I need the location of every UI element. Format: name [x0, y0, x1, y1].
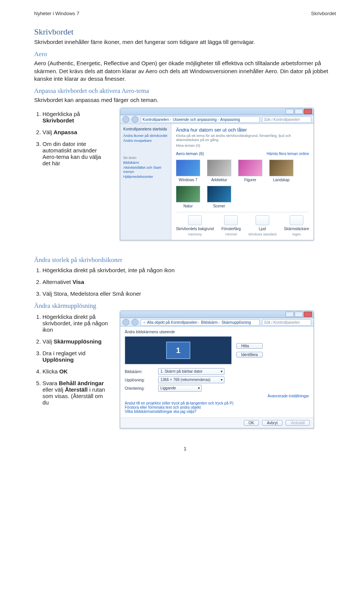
screenshot-anpassning-window: Kontrollpanelen› Utseende och anpassning… — [120, 108, 314, 240]
ok-button[interactable]: OK — [244, 420, 259, 426]
theme-tile[interactable]: Arkitektur — [207, 160, 231, 182]
search-input[interactable]: Sök i Kontrollpanelen — [262, 319, 311, 326]
monitor-icon[interactable]: 1 — [166, 342, 190, 359]
text: Högerklicka på — [42, 111, 80, 117]
heading-upplosning: Ändra skärmupplösning — [34, 302, 336, 310]
button-bar: OK Avbryt Verkställ — [120, 417, 314, 428]
theme-label: Figurer — [244, 178, 256, 182]
sidebar-link[interactable]: Bildskärm — [123, 160, 168, 165]
para-anpassa: Skrivbordet kan anpassas med färger och … — [34, 96, 336, 104]
theme-tile[interactable]: Windows 7 — [176, 160, 200, 182]
para-aero: Aero (Authentic, Energetic, Reflective a… — [34, 60, 336, 83]
orientation-label: Orientering: — [125, 386, 154, 390]
label: Ljud — [259, 227, 266, 231]
breadcrumb[interactable]: « Alla objekt på Kontrollpanelen› Bildsk… — [141, 319, 260, 326]
step-ikoner-3: Välj Stora, Medelstora eller Små ikoner — [42, 290, 336, 297]
label: Fönsterfärg — [221, 227, 241, 231]
desktop-bg-link[interactable]: Skrivbordets bakgrundHarmony — [176, 215, 214, 236]
toolbar: Kontrollpanelen› Utseende och anpassning… — [120, 115, 314, 124]
orientation-select[interactable]: Liggande — [158, 385, 202, 392]
crumb[interactable]: Anpassning — [220, 118, 240, 122]
maximize-button[interactable] — [295, 312, 303, 317]
breadcrumb[interactable]: Kontrollpanelen› Utseende och anpassning… — [141, 116, 260, 123]
sidebar: Kontrollpanelens startsida Ändra ikoner … — [120, 124, 171, 240]
advanced-settings-link[interactable]: Avancerade inställningar — [268, 394, 309, 398]
text: Svara — [42, 380, 59, 386]
theme-label: Arkitektur — [211, 178, 227, 182]
text: Klicka — [42, 368, 59, 375]
text-bold: Visa — [72, 279, 84, 285]
theme-label: Scener — [213, 204, 225, 208]
text-bold: Upplösning — [42, 356, 74, 363]
para-skrivbordet: Skrivbordet innehåller färre ikoner, men… — [34, 38, 336, 46]
text-bold: Skärmupplösning — [53, 338, 102, 345]
text: Välj — [42, 338, 53, 345]
text-bold: Återställ — [65, 386, 88, 393]
text: Dra i reglaget vid — [42, 350, 85, 356]
screensaver-link[interactable]: SkärmsläckareIngen — [284, 215, 309, 236]
forward-button[interactable] — [132, 319, 138, 326]
text: eller välj — [42, 386, 65, 393]
page-header: Nyheter i Windows 7 Skrivbordet — [34, 11, 336, 16]
back-button[interactable] — [122, 116, 129, 123]
theme-row: Windows 7 Arkitektur Figurer Landskap — [176, 160, 309, 182]
sidebar-link[interactable]: Ändra muspekare — [123, 138, 168, 143]
back-button[interactable] — [122, 319, 129, 326]
theme-label: Windows 7 — [179, 178, 198, 182]
forward-button[interactable] — [132, 116, 138, 123]
sounds-link[interactable]: LjudWindows standard — [248, 215, 276, 236]
titlebar — [120, 108, 314, 115]
header-left: Nyheter i Windows 7 — [34, 11, 79, 16]
minimize-button[interactable] — [286, 109, 294, 114]
window-color-link[interactable]: FönsterfärgHimmel — [221, 215, 241, 236]
heading-anpassa: Anpassa skrivbordet och aktivera Aero-te… — [34, 87, 336, 95]
maximize-button[interactable] — [295, 109, 303, 114]
theme-tile[interactable]: Scener — [207, 186, 231, 208]
text-bold: Skrivbordet — [42, 117, 74, 124]
theme-label: Natur — [184, 204, 193, 208]
crumb[interactable]: Skärmupplösning — [221, 320, 251, 325]
minimize-button[interactable] — [286, 312, 294, 317]
cancel-button[interactable]: Avbryt — [262, 420, 282, 426]
theme-tile[interactable]: Figurer — [238, 160, 262, 182]
sidebar-link[interactable]: Hjälpmedelscenter — [123, 174, 168, 179]
more-themes-link[interactable]: Hämta flera teman online — [267, 152, 309, 156]
heading-aero: Aero — [34, 50, 336, 58]
close-button[interactable] — [304, 109, 312, 114]
sidebar-link[interactable]: Ändra ikoner på skrivbordet — [123, 133, 168, 138]
step-ikoner-1: Högerklicka direkt på skrivbordet, inte … — [42, 267, 336, 273]
apply-button[interactable]: Verkställ — [286, 420, 310, 426]
header-right: Skrivbordet — [311, 11, 336, 16]
theme-tile[interactable]: Natur — [176, 186, 200, 208]
find-button[interactable]: Hitta — [236, 343, 263, 349]
help-link[interactable]: Förstora eller förminska text och andra … — [125, 405, 309, 409]
screenshot-resolution-window: « Alla objekt på Kontrollpanelen› Bildsk… — [120, 310, 314, 428]
main-pane: Ändra hur datorn ser ut och låter Klicka… — [171, 124, 314, 240]
crumb[interactable]: Utseende och anpassning — [173, 118, 217, 122]
crumb[interactable]: Kontrollpanelen — [143, 118, 169, 122]
crumb[interactable]: Alla objekt på Kontrollpanelen — [147, 320, 197, 325]
crumb[interactable]: Bildskärm — [201, 320, 218, 325]
resolution-select[interactable]: 1366 × 768 (rekommenderas) — [158, 376, 224, 383]
titlebar — [120, 311, 314, 318]
step-upplos-4: Klicka OK — [42, 368, 110, 375]
step-upplos-1: Högerklicka direkt på skrivbordet, inte … — [42, 314, 110, 333]
value: Himmel — [225, 232, 237, 236]
close-button[interactable] — [304, 312, 312, 317]
text: Välj — [42, 129, 53, 135]
help-link[interactable]: Vilka bildskärmsinställningar ska jag vä… — [125, 409, 309, 414]
theme-tile[interactable]: Landskap — [269, 160, 293, 182]
toolbar: « Alla objekt på Kontrollpanelen› Bildsk… — [120, 318, 314, 327]
identify-button[interactable]: Identifiera — [236, 352, 263, 358]
value: Windows standard — [248, 232, 276, 236]
sidebar-link[interactable]: Aktivitetsfältet och Start-menyn — [123, 165, 168, 174]
resolution-label: Upplösning: — [125, 378, 154, 382]
help-link[interactable]: Anslut till en projektor (eller tryck på… — [125, 401, 309, 405]
text-bold: Behåll ändringar — [59, 380, 104, 386]
label: Skrivbordets bakgrund — [176, 227, 214, 231]
step-upplos-3: Dra i reglaget vid Upplösning — [42, 350, 110, 363]
display-select[interactable]: 1. Skärm på bärbar dator — [158, 368, 224, 375]
search-input[interactable]: Sök i Kontrollpanelen — [262, 116, 311, 123]
text-bold: OK — [59, 368, 68, 375]
monitor-preview: 1 — [125, 336, 232, 364]
